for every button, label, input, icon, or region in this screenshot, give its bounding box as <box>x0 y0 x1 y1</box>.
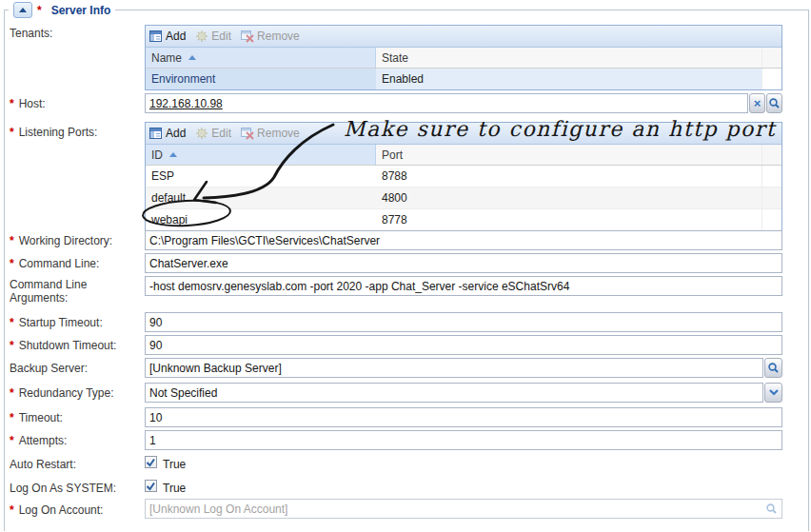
log-on-as-system-checkbox[interactable] <box>145 480 157 492</box>
label-text: Command Line: <box>19 257 100 270</box>
handwritten-annotation: Make sure to configure an http port <box>344 117 776 141</box>
column-label: Name <box>151 51 182 65</box>
command-line-arguments-input[interactable] <box>145 276 782 296</box>
shutdown-timeout-label: *Shutdown Timeout: <box>10 339 141 352</box>
add-button-label: Add <box>166 30 186 43</box>
command-line-label: *Command Line: <box>10 257 141 270</box>
tenants-toolbar: Add Edit Remove <box>146 26 781 48</box>
ports-edit-button[interactable]: Edit <box>195 127 231 140</box>
port-value-cell[interactable]: 8788 <box>376 166 762 187</box>
required-marker: * <box>10 316 14 329</box>
label-text: Redundancy Type: <box>19 386 114 400</box>
sort-ascending-icon <box>169 152 177 157</box>
command-line-arguments-label: Command Line Arguments: <box>10 278 112 305</box>
port-id-cell[interactable]: ESP <box>146 166 376 187</box>
label-text: Attempts: <box>19 434 68 447</box>
timeout-input[interactable] <box>145 407 782 427</box>
port-id-cell[interactable]: webapi <box>146 209 376 230</box>
tenants-remove-button[interactable]: Remove <box>241 30 300 43</box>
required-marker: * <box>10 434 14 447</box>
required-marker: * <box>37 4 42 17</box>
required-marker: * <box>10 503 14 517</box>
redundancy-type-label: *Redundancy Type: <box>10 386 141 400</box>
host-browse-button[interactable] <box>766 93 782 113</box>
working-directory-input[interactable] <box>145 230 782 250</box>
redundancy-type-dropdown-button[interactable] <box>764 383 782 403</box>
label-text: Shutdown Timeout: <box>19 339 117 352</box>
checkmark-icon <box>146 482 156 491</box>
triangle-up-icon <box>19 8 27 12</box>
ports-column-header-id[interactable]: ID <box>146 145 376 165</box>
ports-header-filler <box>762 145 781 165</box>
magnifier-icon <box>765 502 778 515</box>
magnifier-icon <box>768 97 781 109</box>
host-input[interactable] <box>145 93 748 113</box>
tenant-filler-cell <box>762 69 781 89</box>
log-on-as-system-value-label: True <box>163 482 186 495</box>
server-info-legend: * Server Info <box>9 2 115 18</box>
ports-remove-button[interactable]: Remove <box>241 127 300 140</box>
port-value-cell[interactable]: 8778 <box>376 209 762 230</box>
log-on-account-label: *Log On Account: <box>10 503 141 517</box>
required-marker: * <box>10 386 14 400</box>
port-filler-cell <box>762 166 781 187</box>
backup-server-input[interactable] <box>145 358 763 378</box>
ports-add-button[interactable]: Add <box>149 127 186 140</box>
table-row-port-webapi[interactable]: webapi 8778 <box>146 209 781 230</box>
auto-restart-checkbox[interactable] <box>145 456 157 468</box>
chevron-down-icon <box>769 389 779 396</box>
attempts-label: *Attempts: <box>10 434 141 447</box>
backup-server-browse-button[interactable] <box>764 358 782 378</box>
shutdown-timeout-input[interactable] <box>145 335 782 355</box>
clear-x-icon: × <box>754 97 762 109</box>
ports-column-header-port[interactable]: Port <box>376 145 762 165</box>
add-record-icon <box>149 30 163 43</box>
table-row-port-esp[interactable]: ESP 8788 <box>146 166 781 187</box>
required-marker: * <box>10 234 14 247</box>
gear-edit-icon <box>195 30 208 43</box>
startup-timeout-input[interactable] <box>145 312 782 332</box>
sort-ascending-icon <box>188 55 196 60</box>
redundancy-type-combo[interactable] <box>145 383 763 403</box>
tenants-label: Tenants: <box>10 27 141 40</box>
tenant-state-cell[interactable]: Enabled <box>376 69 762 89</box>
magnifier-icon <box>767 362 780 374</box>
required-marker: * <box>10 97 14 110</box>
gear-edit-icon <box>195 127 208 140</box>
host-clear-button[interactable]: × <box>749 93 765 113</box>
tenants-add-button[interactable]: Add <box>149 30 186 43</box>
server-info-page: * Server Info Tenants: Add <box>0 0 811 532</box>
label-text: Log On Account: <box>19 503 104 517</box>
remove-record-icon <box>241 127 254 140</box>
tenants-column-header-state[interactable]: State <box>376 48 762 68</box>
tenant-name-cell[interactable]: Environment <box>146 69 376 89</box>
log-on-account-browse-button[interactable] <box>762 502 780 516</box>
auto-restart-value-label: True <box>163 458 186 471</box>
tenants-edit-button[interactable]: Edit <box>195 30 231 43</box>
attempts-input[interactable] <box>145 430 782 450</box>
table-row-tenant-environment[interactable]: Environment Enabled <box>146 69 781 89</box>
label-text: Working Directory: <box>19 234 112 247</box>
ports-header-row: ID Port <box>146 145 781 166</box>
log-on-account-input[interactable] <box>145 499 782 519</box>
command-line-input[interactable] <box>145 253 782 273</box>
collapse-section-button[interactable] <box>13 2 32 18</box>
startup-timeout-label: *Startup Timeout: <box>10 316 141 329</box>
tenants-column-header-name[interactable]: Name <box>146 48 376 68</box>
add-record-icon <box>149 127 163 140</box>
edit-button-label: Edit <box>211 30 231 43</box>
column-label: State <box>382 51 408 65</box>
column-label: Port <box>382 148 403 162</box>
column-label: ID <box>151 148 163 162</box>
checkmark-icon <box>146 458 156 467</box>
required-marker: * <box>10 411 14 424</box>
port-filler-cell <box>762 209 781 230</box>
port-value-cell[interactable]: 4800 <box>376 187 762 208</box>
required-marker: * <box>10 339 14 352</box>
remove-button-label: Remove <box>257 127 300 140</box>
label-text: Timeout: <box>19 411 63 424</box>
required-marker: * <box>10 126 14 139</box>
table-row-port-default[interactable]: default 4800 <box>146 187 781 209</box>
port-id-cell[interactable]: default <box>146 187 376 208</box>
listening-ports-label: *Listening Ports: <box>10 126 141 139</box>
